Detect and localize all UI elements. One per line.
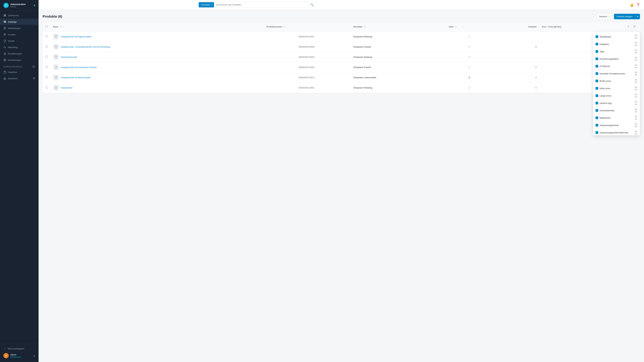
product-name-link[interactable]: Hauptprodukt, versandkostenfrei mit Herv…: [61, 45, 110, 48]
row-select-checkbox[interactable]: [46, 76, 48, 78]
col-settings-item-verkaufseinheit[interactable]: ✓ Verkaufseinheit ▲ ▼: [593, 107, 640, 114]
sidebar-item-storefront[interactable]: Storefront: [0, 75, 38, 82]
col-settings-item-tags[interactable]: ✓ Tags ▲ ▼: [593, 48, 640, 55]
th-sku-options-icon[interactable]: •••: [283, 25, 286, 28]
svg-point-11: [4, 60, 5, 60]
col-up-button-hersteller_produktnummer[interactable]: ▲: [634, 71, 638, 73]
col-up-button-gewicht[interactable]: ▲: [634, 100, 638, 103]
col-checkbox-tags[interactable]: ✓: [596, 50, 598, 53]
col-checkbox-laenge[interactable]: ✓: [596, 94, 598, 97]
product-name-link[interactable]: Variantenprodukt: [61, 56, 77, 58]
col-checkbox-gewicht[interactable]: ✓: [596, 102, 598, 104]
product-name-link[interactable]: Hauptprodukt mit Eigenschaften: [61, 35, 92, 38]
th-hersteller-options-icon[interactable]: •••: [364, 25, 366, 28]
col-down-button-breite[interactable]: ▼: [634, 81, 638, 83]
create-product-dropdown-button[interactable]: ▾: [635, 14, 640, 19]
col-down-button-tags[interactable]: ▼: [634, 52, 638, 54]
col-checkbox-gtin_ean[interactable]: ✓: [596, 65, 598, 67]
col-down-button-sichtbarkeit[interactable]: ▼: [634, 37, 638, 39]
sidebar-item-bestellungen[interactable]: Bestellungen: [0, 25, 38, 31]
col-checkbox-masseinheit[interactable]: ✓: [596, 116, 598, 119]
product-name-link[interactable]: Hauptprodukt mit erweiterten Preisen: [61, 66, 97, 68]
col-settings-item-hoehe[interactable]: ✓ Höhe (mm) ▲ ▼: [593, 85, 640, 92]
col-down-button-kategorie[interactable]: ▼: [634, 44, 638, 46]
col-up-button-sichtbarkeit[interactable]: ▲: [634, 34, 638, 36]
col-up-button-verpackungseinheit_mehrzahl[interactable]: ▲: [634, 130, 638, 132]
search-submit-icon[interactable]: 🔍: [308, 2, 316, 8]
sidebar-item-kunden[interactable]: Kunden: [0, 31, 38, 38]
row-select-checkbox[interactable]: [46, 66, 48, 68]
col-checkbox-kategorie[interactable]: ✓: [596, 43, 598, 45]
col-down-button-verkaufseinheit[interactable]: ▼: [634, 111, 638, 113]
select-all-checkbox[interactable]: [46, 25, 48, 28]
refresh-button[interactable]: [632, 24, 637, 29]
col-up-button-laenge[interactable]: ▲: [634, 93, 638, 95]
create-product-button[interactable]: Produkt anlegen: [614, 14, 635, 19]
col-settings-item-laenge[interactable]: ✓ Länge (mm) ▲ ▼: [593, 92, 640, 99]
col-up-button-breite[interactable]: ▲: [634, 78, 638, 81]
sidebar-item-erweiterungen[interactable]: Erweiterungen: [0, 50, 38, 57]
col-down-button-hersteller_produktnummer[interactable]: ▼: [634, 74, 638, 76]
col-settings-item-gtin_ean[interactable]: ✓ GTIN/EAN ▲ ▼: [593, 62, 640, 70]
col-up-button-verkaufseinheit[interactable]: ▲: [634, 108, 638, 110]
col-settings-item-breite[interactable]: ✓ Breite (mm) ▲ ▼: [593, 77, 640, 85]
col-settings-item-hersteller_produktnummer[interactable]: ✓ Hersteller-Produktnummer ▲ ▼: [593, 70, 640, 77]
col-checkbox-breite[interactable]: ✓: [596, 80, 598, 82]
col-down-button-laenge[interactable]: ▼: [634, 96, 638, 98]
col-settings-item-gewicht[interactable]: ✓ Gewicht (kg) ▲ ▼: [593, 99, 640, 107]
row-select-checkbox[interactable]: [46, 56, 48, 58]
sidebar-item-headless[interactable]: Headless: [0, 69, 38, 75]
search-input[interactable]: [214, 2, 308, 7]
th-name-options-icon[interactable]: •••: [60, 25, 62, 28]
col-checkbox-hoehe[interactable]: ✓: [596, 87, 598, 90]
col-down-button-erscheinungsdatum[interactable]: ▼: [634, 59, 638, 61]
col-up-button-hoehe[interactable]: ▲: [634, 86, 638, 88]
sidebar-item-kataloge[interactable]: Kataloge: [0, 18, 38, 25]
col-settings-item-sichtbarkeit[interactable]: ✓ Sichtbarkeit ▲ ▼: [593, 33, 640, 40]
col-down-button-hoehe[interactable]: ▼: [634, 88, 638, 91]
col-down-button-masseinheit[interactable]: ▼: [634, 118, 638, 120]
column-settings-button[interactable]: [626, 24, 631, 29]
col-up-button-tags[interactable]: ▲: [634, 49, 638, 51]
user-info[interactable]: A admin Administrator ▲: [3, 351, 35, 360]
col-settings-item-masseinheit[interactable]: ✓ Maßeinheit ▲ ▼: [593, 114, 640, 121]
sidebar-item-dashboard[interactable]: Dashboard: [0, 12, 38, 18]
col-settings-item-erscheinungsdatum[interactable]: ✓ Erscheinungsdatum ▲ ▼: [593, 55, 640, 62]
th-name-sort-icon[interactable]: ⇕: [63, 26, 64, 28]
col-down-button-gewicht[interactable]: ▼: [634, 103, 638, 106]
col-up-button-verpackungseinheit[interactable]: ▲: [634, 123, 638, 125]
add-sales-channel-icon[interactable]: [32, 65, 35, 68]
col-down-button-gtin_ean[interactable]: ▼: [634, 66, 638, 69]
col-checkbox-erscheinungsdatum[interactable]: ✓: [596, 57, 598, 60]
sidebar-item-einstellungen[interactable]: Einstellungen: [0, 57, 38, 63]
col-settings-item-verpackungseinheit_mehrzahl[interactable]: ✓ Verpackungseinheit-Mehrzahl ▲ ▼: [593, 129, 640, 135]
col-up-button-masseinheit[interactable]: ▲: [634, 115, 638, 118]
col-down-button-verpackungseinheit[interactable]: ▼: [634, 125, 638, 128]
col-settings-item-kategorie[interactable]: ✓ Kategorie ▲ ▼: [593, 40, 640, 48]
storefront-eye-icon[interactable]: [33, 77, 35, 80]
language-select[interactable]: Deutsch English: [597, 14, 612, 19]
row-select-checkbox[interactable]: [46, 35, 48, 37]
search-category-dropdown[interactable]: Produkte ▾: [199, 2, 214, 7]
col-up-button-erscheinungsdatum[interactable]: ▲: [634, 56, 638, 59]
sidebar-item-inhalte[interactable]: Inhalte: [0, 38, 38, 44]
row-select-checkbox[interactable]: [46, 45, 48, 48]
sidebar-item-marketing[interactable]: Marketing: [0, 44, 38, 50]
col-checkbox-verpackungseinheit_mehrzahl[interactable]: ✓: [596, 131, 598, 134]
notifications-icon[interactable]: 🔔: [630, 3, 634, 7]
col-settings-item-verpackungseinheit[interactable]: ✓ Verpackungseinheit ▲ ▼: [593, 121, 640, 129]
col-checkbox-verpackungseinheit[interactable]: ✓: [596, 124, 598, 126]
col-checkbox-verkaufseinheit[interactable]: ✓: [596, 109, 598, 112]
row-select-checkbox[interactable]: [46, 86, 48, 88]
product-name-link[interactable]: Hauptartikel: [61, 86, 72, 89]
product-name-link[interactable]: Hauptprodukt mit Bewertungen: [61, 76, 91, 79]
col-up-button-gtin_ean[interactable]: ▲: [634, 64, 638, 66]
col-checkbox-sichtbarkeit[interactable]: ✓: [596, 35, 598, 38]
col-label-verpackungseinheit_mehrzahl: Verpackungseinheit-Mehrzahl: [600, 131, 633, 134]
collapse-menu-button[interactable]: Menü einklappen: [3, 346, 35, 351]
col-up-button-kategorie[interactable]: ▲: [634, 41, 638, 44]
col-checkbox-hersteller_produktnummer[interactable]: ✓: [596, 72, 598, 75]
th-aktiv-options-icon[interactable]: •••: [455, 25, 457, 28]
help-icon[interactable]: ❓: [636, 3, 640, 7]
col-down-button-verpackungseinheit_mehrzahl[interactable]: ▼: [634, 133, 638, 135]
